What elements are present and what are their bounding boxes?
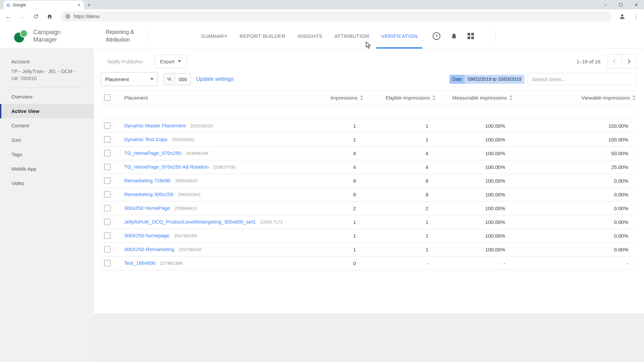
nav-tab[interactable]: VERIFICATION xyxy=(376,23,422,49)
window-maximize-button[interactable] xyxy=(613,0,629,9)
sidebar-item[interactable]: Video xyxy=(0,176,94,190)
column-header-measurable-impressions[interactable]: Measurable impressions xyxy=(436,95,513,101)
search-input[interactable] xyxy=(528,73,636,85)
row-checkbox[interactable] xyxy=(104,122,111,129)
chevron-left-icon xyxy=(613,59,617,64)
column-header-viewable-impressions[interactable]: Viewable impressions xyxy=(513,95,636,101)
viewable-impressions-value: 100.00% xyxy=(513,123,636,129)
sidebar-item[interactable]: Overview xyxy=(0,89,94,104)
table-row: 300x250 HomePage 255986431 2 2 100.00% 0… xyxy=(101,201,636,215)
placement-link[interactable]: 300X250 Remarketing xyxy=(124,246,174,252)
row-checkbox[interactable] xyxy=(104,150,111,157)
forward-icon[interactable]: → xyxy=(19,13,25,20)
row-checkbox[interactable] xyxy=(104,177,111,184)
back-icon[interactable]: ← xyxy=(5,13,12,20)
new-tab-button[interactable]: + xyxy=(87,2,91,8)
nav-tab[interactable]: SUMMARY xyxy=(196,23,232,49)
browser-menu-icon[interactable]: ⋮ xyxy=(633,13,639,20)
main-nav: SUMMARY REPORT BUILDER INSIGHTS ATTRIBUT… xyxy=(196,23,422,49)
home-icon[interactable] xyxy=(46,13,53,20)
column-header-impressions[interactable]: Impressions xyxy=(309,95,364,101)
impressions-value: 1 xyxy=(309,247,364,252)
table-row: JellyfishUK_DCO_ProductLevelRetargeting_… xyxy=(101,215,636,229)
viewable-impressions-value: 0.00% xyxy=(513,233,636,239)
column-header-eligible-impressions[interactable]: Eligible impressions xyxy=(364,95,436,101)
reload-icon[interactable] xyxy=(33,13,39,19)
placement-link[interactable]: Remarketing 728x90 xyxy=(124,178,170,183)
table-row: Remarketing 728x90 256540820 8 8 100.00%… xyxy=(101,174,636,188)
placement-link[interactable]: TG_HomePage_970x250 xyxy=(124,150,181,156)
impressions-value: 2 xyxy=(309,205,364,211)
row-checkbox[interactable] xyxy=(104,232,111,239)
browser-tab[interactable]: G Google ✕ xyxy=(3,1,84,9)
screen: G Google ✕ + – ✕ ← → https://demo ⋮ xyxy=(0,0,644,362)
site-info-icon[interactable] xyxy=(65,14,70,19)
row-checkbox[interactable] xyxy=(104,205,111,212)
sidebar-item[interactable]: Content xyxy=(0,118,94,133)
placement-link[interactable]: Dynamic Master Placement xyxy=(124,123,185,128)
dimension-select[interactable]: Placement xyxy=(101,72,158,86)
chevron-down-icon xyxy=(150,78,154,80)
placement-link[interactable]: TG_HomePage_970x250 Ad Rotation xyxy=(124,164,209,170)
sidebar-item-label: Video xyxy=(11,180,24,186)
export-button[interactable]: Export xyxy=(154,55,187,68)
sort-icon[interactable] xyxy=(632,95,636,100)
measurable-impressions-value: 100.00% xyxy=(436,164,513,170)
profile-icon[interactable] xyxy=(619,13,626,20)
nav-tab[interactable]: ATTRIBUTION xyxy=(330,23,374,49)
placement-link[interactable]: Remarketing 300x250 xyxy=(124,191,173,197)
sort-icon[interactable] xyxy=(432,95,436,100)
sidebar-item[interactable]: Geo xyxy=(0,133,94,147)
sidebar-item-label: Active View xyxy=(11,108,39,114)
viewable-impressions-value: 25.00% xyxy=(513,164,636,170)
notify-publisher-button[interactable]: Notify Publisher xyxy=(108,59,143,64)
eligible-impressions-value: 1 xyxy=(364,219,436,225)
sidebar-divider xyxy=(9,87,85,87)
table-row: Dynamic Test Copy 253258301 1 1 100.00% … xyxy=(101,133,636,146)
row-checkbox[interactable] xyxy=(104,246,111,253)
placement-link[interactable]: JellyfishUK_DCO_ProductLevelRetargeting_… xyxy=(124,219,256,225)
sidebar-item[interactable]: Tags xyxy=(0,147,94,162)
notifications-bell-icon[interactable] xyxy=(450,33,458,40)
window-minimize-button[interactable]: – xyxy=(598,0,613,9)
measurable-impressions-value: 100.00% xyxy=(436,150,513,156)
placement-link[interactable]: Test_160x600 xyxy=(124,260,155,266)
row-checkbox[interactable] xyxy=(104,191,111,198)
apps-grid-icon[interactable] xyxy=(468,33,474,39)
placement-link[interactable]: 300X250 homepage xyxy=(124,233,169,238)
help-icon[interactable]: ? xyxy=(433,32,440,40)
column-header-label: Eligible impressions xyxy=(385,95,430,101)
empty-row xyxy=(101,104,636,119)
viewable-impressions-value: 0.00% xyxy=(513,219,636,225)
select-all-checkbox[interactable] xyxy=(104,94,111,101)
nav-tab-label: REPORT BUILDER xyxy=(239,33,285,39)
placement-id: 256540820 xyxy=(175,178,198,183)
placement-id: 255986431 xyxy=(174,206,197,211)
url-bar[interactable]: https://demo xyxy=(60,11,611,21)
row-checkbox[interactable] xyxy=(104,136,111,143)
viewable-impressions-value: 100.00% xyxy=(513,137,636,142)
percent-value-input[interactable]: 000 xyxy=(175,73,191,85)
sort-icon[interactable] xyxy=(360,95,363,100)
placement-link[interactable]: 300x250 HomePage xyxy=(124,205,170,211)
column-header-placement[interactable]: Placement xyxy=(119,95,309,101)
sidebar-item[interactable]: Active View xyxy=(0,104,94,118)
export-button-label: Export xyxy=(160,59,174,64)
row-checkbox[interactable] xyxy=(104,260,111,266)
placement-id: 227962398 xyxy=(160,261,183,266)
nav-tab[interactable]: INSIGHTS xyxy=(293,23,327,49)
placement-link[interactable]: Dynamic Test Copy xyxy=(124,136,167,142)
row-checkbox[interactable] xyxy=(104,219,111,225)
placement-id: 253627035 xyxy=(213,165,236,170)
date-filter-chip[interactable]: Date 09/02/2019 to 10/03/2019 xyxy=(449,75,524,84)
update-settings-link[interactable]: Update settings xyxy=(196,76,233,82)
tab-close-icon[interactable]: ✕ xyxy=(77,3,80,7)
sort-icon[interactable] xyxy=(509,95,513,100)
table-row: 300X250 homepage 254786199 1 1 100.00% 0… xyxy=(101,229,636,243)
pagination-next-button[interactable] xyxy=(622,54,636,69)
window-close-button[interactable]: ✕ xyxy=(629,0,644,9)
sidebar-item[interactable]: Mobile App xyxy=(0,162,94,176)
nav-tab[interactable]: REPORT BUILDER xyxy=(235,23,290,49)
pagination-prev-button[interactable] xyxy=(607,54,622,69)
row-checkbox[interactable] xyxy=(104,164,111,170)
